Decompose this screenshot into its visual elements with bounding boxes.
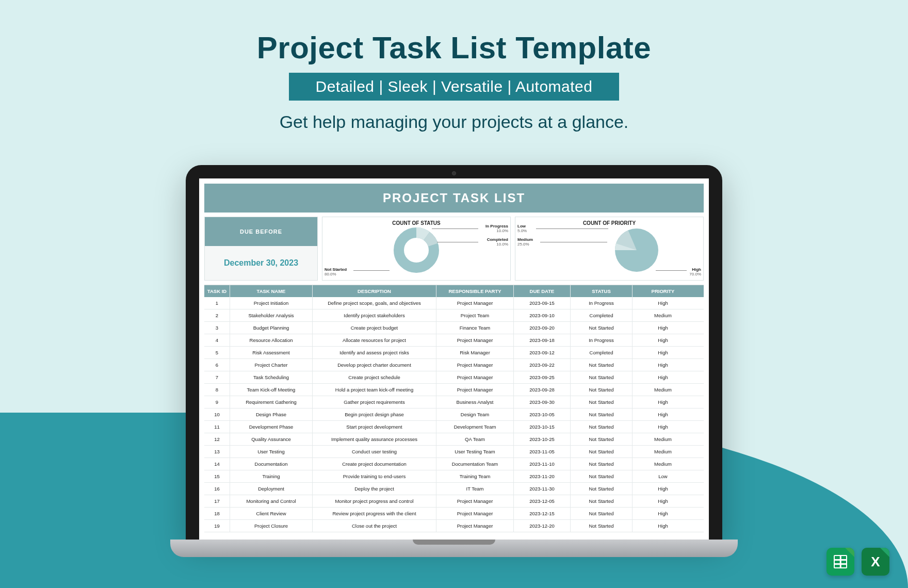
cell-id: 18: [204, 508, 230, 519]
leader-line: [432, 228, 478, 229]
col-task-name: TASK NAME: [230, 285, 313, 297]
table-row: 12Quality AssuranceImplement quality ass…: [204, 433, 704, 446]
cell-status: Not Started: [571, 433, 633, 445]
col-priority: PRIORITY: [633, 285, 693, 297]
cell-due: 2023-09-10: [514, 309, 571, 321]
table-row: 14DocumentationCreate project documentat…: [204, 458, 704, 470]
cell-name: Documentation: [230, 458, 313, 470]
status-label-completed: Completed10.0%: [487, 238, 508, 247]
cell-id: 11: [204, 421, 230, 433]
cell-status: Not Started: [571, 520, 633, 532]
cell-name: Team Kick-off Meeting: [230, 384, 313, 396]
table-row: 10Design PhaseBegin project design phase…: [204, 409, 704, 421]
cell-name: Stakeholder Analysis: [230, 309, 313, 321]
cell-priority: High: [633, 322, 693, 334]
cell-resp: Documentation Team: [436, 458, 514, 470]
cell-id: 4: [204, 334, 230, 346]
col-task-id: TASK ID: [204, 285, 230, 297]
excel-icon: X: [862, 548, 889, 576]
sheet-title: PROJECT TASK LIST: [204, 184, 704, 213]
col-status: STATUS: [571, 285, 633, 297]
cell-resp: Training Team: [436, 470, 514, 482]
cell-desc: Create project documentation: [313, 458, 436, 470]
cell-due: 2023-10-05: [514, 409, 571, 420]
table-row: 15TrainingProvide training to end-usersT…: [204, 470, 704, 483]
priority-pie-icon: [613, 227, 660, 273]
cell-name: Deployment: [230, 483, 313, 495]
cell-name: Budget Planning: [230, 322, 313, 334]
cell-priority: High: [633, 409, 693, 420]
due-before-date: December 30, 2023: [205, 246, 317, 280]
spreadsheet: PROJECT TASK LIST DUE BEFORE December 30…: [199, 184, 709, 532]
cell-priority: High: [633, 297, 693, 309]
cell-desc: Allocate resources for project: [313, 334, 436, 346]
cell-name: Project Charter: [230, 359, 313, 371]
cell-priority: High: [633, 495, 693, 507]
format-icons: X: [826, 548, 889, 576]
cell-id: 6: [204, 359, 230, 371]
priority-label-high: High70.0%: [689, 268, 701, 277]
cell-resp: Design Team: [436, 409, 514, 420]
cell-due: 2023-10-15: [514, 421, 571, 433]
cell-desc: Identify project stakeholders: [313, 309, 436, 321]
status-chart: COUNT OF STATUS Not Started80.0% In Prog…: [322, 217, 511, 281]
cell-resp: Finance Team: [436, 322, 514, 334]
cell-name: Project Initiation: [230, 297, 313, 309]
cell-status: Not Started: [571, 384, 633, 396]
cell-name: Client Review: [230, 508, 313, 519]
priority-chart-title: COUNT OF PRIORITY: [521, 220, 698, 226]
cell-due: 2023-12-15: [514, 508, 571, 519]
cell-id: 8: [204, 384, 230, 396]
cell-due: 2023-09-12: [514, 347, 571, 358]
cell-due: 2023-09-30: [514, 396, 571, 408]
col-description: DESCRIPTION: [313, 285, 436, 297]
cell-priority: High: [633, 347, 693, 358]
due-before-card: DUE BEFORE December 30, 2023: [204, 217, 318, 281]
laptop-bezel: PROJECT TASK LIST DUE BEFORE December 30…: [186, 165, 722, 540]
cell-priority: High: [633, 371, 693, 383]
table-row: 4Resource AllocationAllocate resources f…: [204, 334, 704, 347]
cell-desc: Create project budget: [313, 322, 436, 334]
table-body: 1Project InitiationDefine project scope,…: [204, 297, 704, 532]
cell-name: Project Closure: [230, 520, 313, 532]
cell-id: 7: [204, 371, 230, 383]
cell-priority: High: [633, 483, 693, 495]
cell-priority: High: [633, 334, 693, 346]
priority-label-medium: Medium25.0%: [517, 238, 533, 247]
cell-desc: Deploy the project: [313, 483, 436, 495]
cell-id: 10: [204, 409, 230, 420]
table-row: 16DeploymentDeploy the projectIT Team202…: [204, 483, 704, 495]
cell-priority: Medium: [633, 384, 693, 396]
cell-status: Not Started: [571, 483, 633, 495]
cell-resp: Development Team: [436, 421, 514, 433]
cell-due: 2023-11-10: [514, 458, 571, 470]
col-responsible: RESPONSIBLE PARTY: [436, 285, 514, 297]
due-before-label: DUE BEFORE: [205, 217, 317, 246]
cell-id: 15: [204, 470, 230, 482]
table-row: 18Client ReviewReview project progress w…: [204, 508, 704, 520]
cell-id: 14: [204, 458, 230, 470]
cell-name: Risk Assessment: [230, 347, 313, 358]
cell-status: Not Started: [571, 446, 633, 458]
google-sheets-icon: [826, 548, 854, 576]
cell-due: 2023-12-05: [514, 495, 571, 507]
status-label-notstarted: Not Started80.0%: [325, 268, 347, 277]
cell-priority: High: [633, 508, 693, 519]
cell-resp: User Testing Team: [436, 446, 514, 458]
cell-desc: Provide training to end-users: [313, 470, 436, 482]
table-row: 2Stakeholder AnalysisIdentify project st…: [204, 309, 704, 322]
cell-resp: Project Manager: [436, 384, 514, 396]
cell-priority: Medium: [633, 446, 693, 458]
table-row: 19Project ClosureClose out the projectPr…: [204, 520, 704, 532]
cell-name: Quality Assurance: [230, 433, 313, 445]
cell-due: 2023-09-28: [514, 384, 571, 396]
hero-badge: Detailed | Sleek | Versatile | Automated: [289, 73, 619, 101]
cell-priority: High: [633, 396, 693, 408]
cell-desc: Hold a project team kick-off meeting: [313, 384, 436, 396]
status-label-inprogress: In Progress10.0%: [485, 224, 508, 234]
cell-desc: Define project scope, goals, and objecti…: [313, 297, 436, 309]
cell-priority: Medium: [633, 458, 693, 470]
priority-chart: COUNT OF PRIORITY Low5.0% Medium25.0% Hi…: [515, 217, 704, 281]
cell-status: Completed: [571, 347, 633, 358]
cell-resp: Project Manager: [436, 508, 514, 519]
